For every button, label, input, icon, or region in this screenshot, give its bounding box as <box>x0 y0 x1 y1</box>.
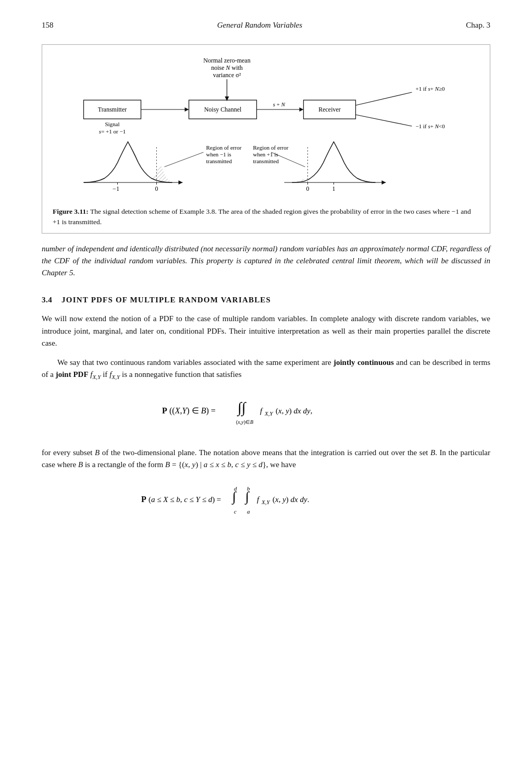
page-title: General Random Variables <box>217 21 302 30</box>
math-eq1: P ((X,Y) ∈ B) = ∫∫ (x,y)∈B f X,Y (x, y) … <box>42 393 490 436</box>
paragraph-2: We say that two continuous random variab… <box>42 357 490 382</box>
svg-text:(x, y) dx dy,: (x, y) dx dy, <box>276 407 312 416</box>
diagram-svg: Normal zero-mean noise N with variance σ… <box>47 53 485 199</box>
svg-text:noise N with: noise N with <box>211 64 243 71</box>
svg-text:s + N: s + N <box>273 101 286 107</box>
svg-text:1: 1 <box>332 185 336 192</box>
svg-text:f: f <box>257 495 260 504</box>
svg-text:Region of error: Region of error <box>253 144 289 151</box>
paragraph-3: for every subset B of the two-dimensiona… <box>42 447 490 471</box>
svg-text:b: b <box>247 485 250 492</box>
svg-text:a: a <box>247 508 250 515</box>
svg-text:transmitted: transmitted <box>253 158 279 164</box>
svg-text:Noisy Channel: Noisy Channel <box>204 106 242 113</box>
figure-box: Normal zero-mean noise N with variance σ… <box>42 44 490 234</box>
svg-text:0: 0 <box>306 185 310 192</box>
svg-text:Region of error: Region of error <box>206 144 242 151</box>
svg-line-20 <box>356 115 412 126</box>
svg-marker-10 <box>185 107 189 112</box>
svg-marker-29 <box>179 180 183 185</box>
svg-text:Normal zero-mean: Normal zero-mean <box>203 57 250 64</box>
bold-joint-pdf: joint PDF <box>56 370 89 378</box>
svg-text:((X,Y) ∈ B) =: ((X,Y) ∈ B) = <box>169 406 216 416</box>
svg-text:(x,y)∈B: (x,y)∈B <box>236 419 253 425</box>
svg-text:(a ≤ X ≤ b, c ≤ Y ≤ d) =: (a ≤ X ≤ b, c ≤ Y ≤ d) = <box>149 495 221 504</box>
svg-text:variance σ²: variance σ² <box>213 71 241 79</box>
svg-text:P: P <box>141 495 146 504</box>
svg-text:when −1 is: when −1 is <box>206 151 231 157</box>
svg-text:s= +1 or −1: s= +1 or −1 <box>99 128 126 135</box>
svg-text:Signal: Signal <box>105 121 119 127</box>
paragraph-1: We will now extend the notion of a PDF t… <box>42 313 490 349</box>
svg-text:−1: −1 <box>113 185 119 192</box>
svg-text:d: d <box>234 485 237 492</box>
svg-text:−1 if s+ N<0: −1 if s+ N<0 <box>416 123 446 129</box>
svg-text:+1 if s+ N≥0: +1 if s+ N≥0 <box>416 85 446 92</box>
bold-jointly: jointly continuous <box>333 358 394 366</box>
italic-paragraph: number of independent and identically di… <box>42 243 490 279</box>
svg-line-18 <box>356 92 412 105</box>
svg-text:X,Y: X,Y <box>261 499 270 505</box>
figure-caption: Figure 3.11: The signal detection scheme… <box>47 206 485 228</box>
figure-caption-text: The signal detection scheme of Example 3… <box>53 207 471 226</box>
svg-line-30 <box>165 152 204 167</box>
page-header: 158 General Random Variables Chap. 3 <box>42 21 490 30</box>
section-heading: 3.4 JOINT PDFS OF MULTIPLE RANDOM VARIAB… <box>42 296 490 304</box>
svg-text:∫∫: ∫∫ <box>237 399 247 417</box>
math-eq2: P (a ≤ X ≤ b, c ≤ Y ≤ d) = ∫ d c ∫ b a f… <box>42 481 490 522</box>
svg-text:f: f <box>260 407 263 415</box>
svg-marker-14 <box>300 107 304 112</box>
svg-marker-40 <box>382 180 386 185</box>
svg-text:c: c <box>234 508 237 515</box>
svg-text:transmitted: transmitted <box>206 158 232 164</box>
svg-text:Transmitter: Transmitter <box>98 106 127 113</box>
svg-text:X,Y: X,Y <box>264 410 274 417</box>
page-chapter: Chap. 3 <box>466 21 490 30</box>
section-title: JOINT PDFS OF MULTIPLE RANDOM VARIABLES <box>61 296 271 304</box>
svg-text:when +1 is: when +1 is <box>253 151 278 157</box>
svg-text:P: P <box>162 406 167 415</box>
page-number: 158 <box>42 21 54 30</box>
svg-text:0: 0 <box>155 185 158 192</box>
svg-text:Receiver: Receiver <box>318 106 341 113</box>
figure-label: Figure 3.11: <box>53 207 89 215</box>
section-number: 3.4 <box>42 296 52 304</box>
svg-text:(x, y) dx dy.: (x, y) dx dy. <box>273 495 309 504</box>
